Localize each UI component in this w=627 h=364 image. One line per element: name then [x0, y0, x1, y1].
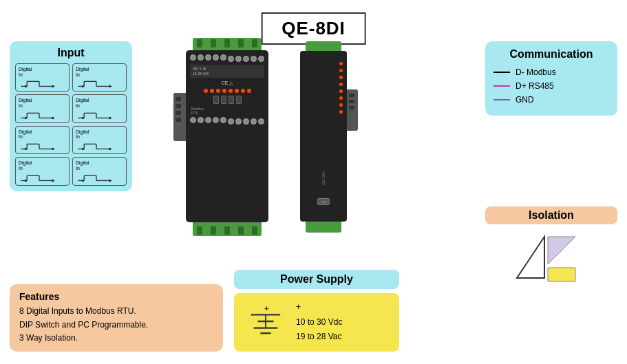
power-symbol-svg: + — [245, 304, 286, 339]
side-led-7 — [339, 103, 343, 107]
side-led-2 — [339, 69, 343, 72]
screw-12 — [198, 117, 204, 123]
input-label-7: DigitalIn — [19, 160, 66, 171]
dip-3 — [229, 96, 234, 104]
features-text: 8 Digital Inputs to Modbus RTU. DIP Swit… — [19, 305, 213, 345]
svg-marker-58 — [548, 268, 575, 281]
device-side-view: QE-8DI USB — [296, 41, 351, 241]
screw-13 — [205, 117, 211, 123]
di-symbol-7 — [19, 171, 66, 184]
svg-point-34 — [52, 148, 54, 151]
svg-point-47 — [25, 179, 28, 182]
comm-row-3: GND — [493, 95, 609, 105]
svg-marker-56 — [517, 237, 544, 278]
side-wire-3 — [349, 106, 354, 109]
svg-point-6 — [52, 85, 54, 88]
input-label-2: DigitalIn — [76, 67, 123, 77]
led-6 — [235, 89, 239, 93]
svg-point-13 — [109, 85, 111, 88]
led-row — [190, 89, 264, 93]
input-label-6: DigitalIn — [76, 129, 123, 140]
bottom-pin-1 — [197, 226, 202, 235]
input-cell-1: DigitalIn — [15, 63, 70, 92]
side-wire-2 — [349, 100, 354, 103]
comm-line-dplus — [493, 85, 510, 87]
bottom-pin-5 — [252, 226, 257, 235]
wire-pin-3 — [176, 111, 181, 115]
input-cell-5: DigitalIn — [15, 126, 70, 154]
comm-line-dminus — [493, 72, 510, 73]
di-symbol-2 — [76, 77, 123, 89]
wire-pin-4 — [176, 118, 181, 122]
di-symbol-8 — [76, 171, 123, 184]
side-brand-logo: QE-8DI — [321, 171, 326, 185]
side-led-5 — [339, 89, 343, 93]
side-right-connector — [347, 89, 358, 131]
di-symbol-3 — [19, 109, 66, 121]
ce-mark: CE △ — [222, 81, 233, 86]
input-label-3: DigitalIn — [19, 98, 66, 108]
page-container: QE-8DI Input DigitalIn DigitalIn Digital… — [0, 0, 627, 364]
svg-point-5 — [25, 85, 28, 88]
screw-3 — [205, 54, 211, 61]
device-front-view: INV 1 1815-28 VAC CE △ — [179, 38, 275, 244]
comm-panel-title: Communication — [493, 48, 609, 61]
usb-label: USB — [318, 199, 329, 206]
dip-switch-area — [190, 96, 264, 104]
screw-7 — [235, 56, 242, 62]
usb-port: USB — [317, 198, 330, 205]
screw-14 — [213, 117, 219, 123]
pin-1 — [197, 39, 202, 47]
screw-18 — [243, 118, 249, 125]
svg-point-27 — [109, 116, 111, 119]
feature-line-2: DIP Switch and PC Programmable. — [19, 319, 213, 332]
comm-row-1: D- Modbus — [493, 67, 609, 77]
screw-row-1 — [190, 54, 226, 62]
screw-5 — [220, 54, 226, 61]
comm-line-gnd — [493, 99, 510, 100]
led-3 — [216, 89, 220, 93]
product-title: QE-8DI — [261, 12, 366, 45]
input-panel: Input DigitalIn DigitalIn DigitalIn — [10, 41, 132, 191]
input-panel-title: Input — [15, 47, 127, 59]
left-connector — [173, 93, 186, 141]
bottom-connector — [193, 222, 262, 236]
side-led-1 — [339, 62, 343, 65]
svg-point-54 — [82, 179, 85, 182]
svg-point-33 — [25, 148, 28, 151]
side-leds — [339, 62, 343, 114]
feature-line-3: 3 Way Isolation. — [19, 332, 213, 345]
isolation-panel: Isolation — [485, 206, 617, 285]
screw-1 — [190, 54, 196, 61]
screw-11 — [190, 117, 196, 123]
led-4 — [222, 89, 226, 93]
side-wire-1 — [349, 94, 354, 97]
power-value-plus: + — [296, 300, 342, 315]
screw-terminals-top — [186, 50, 268, 62]
screw-4 — [213, 54, 219, 61]
screw-19 — [251, 118, 257, 125]
svg-point-26 — [82, 116, 85, 119]
side-bottom-connector — [306, 222, 341, 233]
device-body: INV 1 1815-28 VAC CE △ — [186, 50, 268, 222]
input-label-4: DigitalIn — [76, 98, 123, 108]
power-value-vdc: 10 to 30 Vdc — [296, 315, 342, 330]
screw-terminals-bottom — [190, 117, 264, 125]
power-values: + 10 to 30 Vdc 19 to 28 Vac — [296, 300, 342, 345]
comm-label-dplus: D+ RS485 — [516, 81, 554, 91]
screw-17 — [235, 118, 242, 125]
screw-6 — [228, 56, 234, 62]
pin-4 — [238, 39, 244, 47]
side-led-6 — [339, 96, 343, 100]
pin-3 — [224, 39, 230, 47]
dip-2 — [221, 96, 226, 104]
input-label-1: DigitalIn — [19, 67, 66, 77]
isolation-title: Isolation — [485, 206, 617, 224]
svg-point-19 — [25, 116, 28, 119]
svg-text:+: + — [264, 304, 269, 312]
power-symbol-box: + + 10 to 30 Vdc 19 t — [234, 293, 399, 352]
pin-2 — [211, 39, 216, 47]
di-symbol-5 — [19, 140, 66, 152]
side-led-4 — [339, 83, 343, 86]
svg-marker-57 — [548, 237, 575, 264]
